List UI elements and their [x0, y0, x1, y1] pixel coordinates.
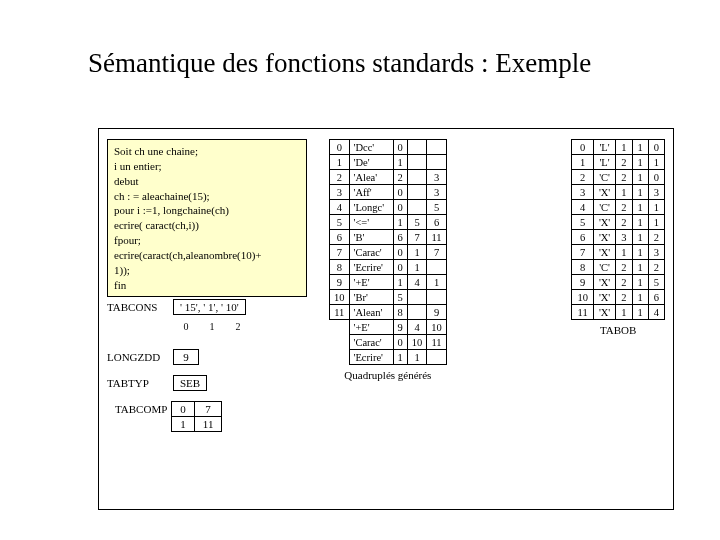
table-cell: 'C': [593, 260, 615, 275]
table-cell: [427, 350, 447, 365]
table-cell: 1: [407, 245, 427, 260]
table-cell: 2: [616, 155, 632, 170]
table-cell: 1: [632, 305, 648, 320]
table-cell: 2: [572, 170, 594, 185]
table-cell: 3: [572, 185, 594, 200]
longzdd-block: LONGZDD 9: [107, 349, 199, 371]
table-cell: 'De': [349, 155, 393, 170]
table-cell: 5: [393, 290, 407, 305]
table-cell: 4: [407, 275, 427, 290]
table-cell: 1: [616, 140, 632, 155]
table-cell: 'Ecrire': [349, 260, 393, 275]
longzdd-value: 9: [173, 349, 199, 365]
table-cell: 'Alean': [349, 305, 393, 320]
table-cell: 7: [427, 245, 447, 260]
table-cell: 'Longc': [349, 200, 393, 215]
table-cell: 6: [572, 230, 594, 245]
table-cell: [407, 155, 427, 170]
table-cell: 5: [407, 215, 427, 230]
idx-1: 1: [199, 321, 225, 332]
table-cell: 2: [648, 230, 664, 245]
table-cell: 1: [632, 230, 648, 245]
quadruples-caption: Quadruplés générés: [329, 369, 447, 381]
table-cell: 5: [572, 215, 594, 230]
table-cell: 1: [632, 200, 648, 215]
table-cell: 2: [616, 290, 632, 305]
table-cell: 1: [632, 185, 648, 200]
idx-2: 2: [225, 321, 251, 332]
tabtyp-label: TABTYP: [107, 377, 173, 389]
table-cell: 1: [616, 245, 632, 260]
content-frame: Soit ch une chaine; i un entier;debut ch…: [98, 128, 674, 510]
table-cell: 10: [427, 320, 447, 335]
table-cell: 'Ecrire': [349, 350, 393, 365]
table-cell: 3: [648, 245, 664, 260]
table-cell: 'Carac': [349, 335, 393, 350]
table-cell: 9: [393, 320, 407, 335]
table-cell: 1: [427, 275, 447, 290]
table-cell: 6: [330, 230, 350, 245]
table-cell: 0: [393, 140, 407, 155]
table-cell: 1: [407, 260, 427, 275]
table-cell: 'Dcc': [349, 140, 393, 155]
table-cell: [427, 260, 447, 275]
table-cell: 4: [330, 200, 350, 215]
table-cell: 0: [393, 260, 407, 275]
tabcomp-cell: 1: [172, 417, 195, 432]
table-cell: 11: [427, 230, 447, 245]
code-line: pour i :=1, longchaine(ch): [114, 203, 300, 218]
page-title: Sémantique des fonctions standards : Exe…: [0, 0, 720, 79]
tabcomp-label: TABCOMP: [107, 402, 172, 417]
table-cell: 0: [393, 185, 407, 200]
code-listing: Soit ch une chaine; i un entier;debut ch…: [107, 139, 307, 297]
table-cell: 'C': [593, 200, 615, 215]
tabtyp-block: TABTYP SEB: [107, 375, 207, 397]
tabcomp-cell: 11: [194, 417, 222, 432]
table-cell: [427, 290, 447, 305]
code-line: Soit ch une chaine;: [114, 144, 300, 159]
table-cell: 1: [330, 155, 350, 170]
table-cell: 4: [648, 305, 664, 320]
table-cell: 1: [393, 155, 407, 170]
code-line: ecrire(caract(ch,aleanombre(10)+: [114, 248, 300, 263]
table-cell: 3: [427, 185, 447, 200]
table-cell: [330, 320, 350, 335]
table-cell: [407, 185, 427, 200]
table-cell: 3: [330, 185, 350, 200]
code-line: fin: [114, 278, 300, 293]
table-cell: 5: [648, 275, 664, 290]
code-line: fpour;: [114, 233, 300, 248]
tabcons-value: ' 15', ' 1', ' 10': [173, 299, 246, 315]
tabcomp-cell: 7: [194, 402, 222, 417]
table-cell: 7: [407, 230, 427, 245]
table-cell: [427, 140, 447, 155]
table-cell: 0: [648, 170, 664, 185]
table-cell: 2: [616, 200, 632, 215]
table-cell: 1: [648, 155, 664, 170]
table-cell: 2: [616, 215, 632, 230]
table-cell: 0: [393, 200, 407, 215]
table-cell: 'X': [593, 230, 615, 245]
code-line: ch : = aleachaine(15);: [114, 189, 300, 204]
table-cell: 'L': [593, 140, 615, 155]
table-cell: 6: [648, 290, 664, 305]
table-cell: 5: [427, 200, 447, 215]
table-cell: 11: [572, 305, 594, 320]
table-cell: 'C': [593, 170, 615, 185]
table-cell: 'X': [593, 245, 615, 260]
table-cell: 2: [648, 260, 664, 275]
table-cell: 3: [427, 170, 447, 185]
table-cell: 9: [330, 275, 350, 290]
table-cell: 'Br': [349, 290, 393, 305]
table-cell: 3: [648, 185, 664, 200]
table-cell: 'X': [593, 305, 615, 320]
table-cell: 6: [427, 215, 447, 230]
table-cell: 'Aff': [349, 185, 393, 200]
table-cell: 'X': [593, 290, 615, 305]
table-cell: 1: [572, 155, 594, 170]
table-cell: 'X': [593, 215, 615, 230]
table-cell: 11: [427, 335, 447, 350]
table-cell: [330, 335, 350, 350]
tabob-caption: TABOB: [571, 324, 665, 336]
table-cell: [407, 200, 427, 215]
